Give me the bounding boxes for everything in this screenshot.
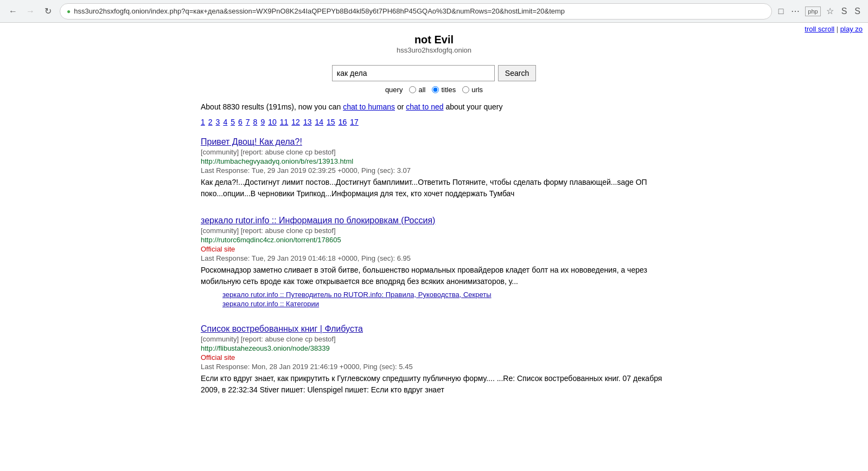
result-meta-1: [community] [report: abuse clone cp best…	[201, 227, 667, 235]
pagination-link-16[interactable]: 16	[339, 118, 347, 126]
chat-ned-link[interactable]: chat to ned	[406, 102, 443, 111]
site-header: not Evil hss3uro2hsxfogfq.onion	[201, 34, 667, 54]
pagination-link-10[interactable]: 10	[268, 118, 277, 126]
sync-button[interactable]: S	[839, 4, 850, 18]
result-snippet-1: Роскомнадзор заметно сливает в этой битв…	[201, 264, 667, 287]
site-domain: hss3uro2hsxfogfq.onion	[201, 46, 667, 54]
search-input[interactable]	[332, 65, 495, 81]
back-button[interactable]: ←	[5, 4, 21, 19]
pagination-link-4[interactable]: 4	[223, 118, 227, 126]
result-sublink-1-1[interactable]: зеркало rutor.info :: Категории	[222, 300, 667, 308]
result-ping-2: Last Response: Mon, 28 Jan 2019 21:46:19…	[201, 363, 667, 371]
lock-icon: ●	[67, 8, 71, 15]
result-official-2: Official site	[201, 353, 667, 362]
address-bar[interactable]: ● hss3uro2hsxfogfq.onion/index.php?q=как…	[60, 3, 772, 20]
pagination: 1 2 3 4 5 6 7 8 9 10 11 12 13 14 15 16 1…	[201, 118, 667, 126]
result-sublink-1-0[interactable]: зеркало rutor.info :: Путеводитель по RU…	[222, 291, 667, 299]
result-meta-2: [community] [report: abuse clone cp best…	[201, 335, 667, 343]
query-label: query	[385, 86, 403, 94]
top-right-links: troll scroll | play zo	[805, 25, 863, 33]
search-form: Search	[332, 65, 536, 81]
play-zo-link[interactable]: play zo	[840, 25, 863, 33]
reload-button[interactable]: ↻	[40, 4, 55, 19]
radio-urls[interactable]	[462, 86, 469, 93]
result-ping-0: Last Response: Tue, 29 Jan 2019 02:39:25…	[201, 166, 667, 175]
pagination-link-17[interactable]: 17	[350, 118, 359, 126]
result-title-1: зеркало rutor.info :: Информация по блок…	[201, 216, 667, 225]
forward-button[interactable]: →	[23, 4, 38, 19]
search-area: Search query all titles urls	[201, 65, 667, 94]
result-title-0: Привет Двощ! Как дела?!	[201, 137, 667, 147]
browser-chrome: ← → ↻ ● hss3uro2hsxfogfq.onion/index.php…	[0, 0, 868, 23]
results-container: Привет Двощ! Как дела?! [community] [rep…	[201, 137, 667, 396]
radio-urls-label[interactable]: urls	[462, 86, 483, 94]
results-suffix: about your query	[445, 102, 502, 111]
result-title-link-1[interactable]: зеркало rutor.info :: Информация по блок…	[201, 216, 435, 225]
result-sublinks-1: зеркало rutor.info :: Путеводитель по RU…	[201, 291, 667, 308]
pagination-link-11[interactable]: 11	[280, 118, 289, 126]
pagination-link-5[interactable]: 5	[231, 118, 235, 126]
result-ping-1: Last Response: Tue, 29 Jan 2019 01:46:18…	[201, 254, 667, 262]
result-snippet-0: Как дела?!...Достигнут лимит постов...До…	[201, 177, 667, 199]
radio-all-label[interactable]: all	[409, 86, 425, 94]
result-title-2: Список востребованных книг | Флибуста	[201, 324, 667, 334]
nav-buttons: ← → ↻	[5, 4, 55, 19]
pagination-link-2[interactable]: 2	[208, 118, 213, 126]
result-snippet-2: Если кто вдруг знает, как прикрутить к Г…	[201, 373, 667, 396]
extensions-button[interactable]: □	[776, 4, 786, 18]
result-title-link-2[interactable]: Список востребованных книг | Флибуста	[201, 324, 363, 333]
results-info: About 8830 results (191ms), now you can …	[201, 102, 667, 111]
site-title: not Evil	[201, 34, 667, 46]
result-title-link-0[interactable]: Привет Двощ! Как дела?!	[201, 137, 302, 146]
bookmark-button[interactable]: ☆	[824, 4, 836, 18]
pagination-link-15[interactable]: 15	[327, 118, 335, 126]
url-text: hss3uro2hsxfogfq.onion/index.php?q=как+д…	[74, 7, 764, 15]
pagination-link-14[interactable]: 14	[315, 118, 323, 126]
result-item-2: Список востребованных книг | Флибуста [c…	[201, 324, 667, 396]
result-url-1: http://rutorc6mqdinc4cz.onion/torrent/17…	[201, 236, 667, 244]
profile-button[interactable]: S	[852, 4, 863, 18]
radio-titles[interactable]	[432, 86, 439, 93]
chat-humans-link[interactable]: chat to humans	[343, 102, 395, 111]
pagination-link-1[interactable]: 1	[201, 118, 205, 126]
troll-scroll-link[interactable]: troll scroll	[805, 25, 834, 33]
pagination-link-9[interactable]: 9	[260, 118, 265, 126]
menu-button[interactable]: ⋯	[789, 4, 802, 18]
result-item-0: Привет Двощ! Как дела?! [community] [rep…	[201, 137, 667, 199]
browser-actions: □ ⋯ php ☆ S S	[776, 4, 863, 18]
search-button[interactable]: Search	[498, 65, 536, 81]
result-item-1: зеркало rutor.info :: Информация по блок…	[201, 216, 667, 308]
result-official-1: Official site	[201, 245, 667, 253]
result-url-2: http://flibustahezeous3.onion/node/38339	[201, 344, 667, 352]
radio-all[interactable]	[409, 86, 416, 93]
result-url-0: http://tumbachegvyaadyq.onion/b/res/1391…	[201, 157, 667, 165]
pagination-link-8[interactable]: 8	[253, 118, 258, 126]
search-options: query all titles urls	[201, 86, 667, 94]
pagination-link-7[interactable]: 7	[246, 118, 250, 126]
pagination-link-13[interactable]: 13	[303, 118, 312, 126]
results-summary-text: About 8830 results (191ms), now you can	[201, 102, 341, 111]
result-meta-0: [community] [report: abuse clone cp best…	[201, 148, 667, 156]
page-content: not Evil hss3uro2hsxfogfq.onion Search q…	[190, 23, 678, 423]
php-badge[interactable]: php	[805, 7, 820, 16]
pagination-link-6[interactable]: 6	[238, 118, 242, 126]
pagination-link-3[interactable]: 3	[216, 118, 220, 126]
pagination-link-12[interactable]: 12	[291, 118, 300, 126]
radio-titles-label[interactable]: titles	[432, 86, 456, 94]
